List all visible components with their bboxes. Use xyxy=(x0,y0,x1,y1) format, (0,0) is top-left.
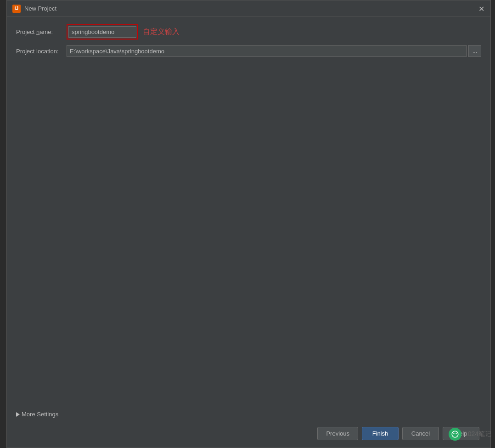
project-name-row: Project name: 自定义输入 xyxy=(16,24,481,40)
project-location-row: Project location: ... xyxy=(16,45,481,57)
ide-bg-right xyxy=(491,0,495,448)
more-settings-toggle[interactable]: More Settings xyxy=(16,411,481,418)
form-area: Project name: 自定义输入 Project location: ..… xyxy=(7,17,490,70)
dialog-title: New Project xyxy=(24,5,485,12)
project-name-wrapper: 自定义输入 xyxy=(67,24,481,40)
bottom-area: More Settings Previous Finish Cancel Hel… xyxy=(7,407,490,448)
cancel-button[interactable]: Cancel xyxy=(402,427,439,440)
project-location-input[interactable] xyxy=(67,45,467,57)
wechat-icon xyxy=(449,428,461,441)
content-area xyxy=(7,70,490,407)
title-bar: IJ New Project ✕ xyxy=(7,0,490,17)
finish-button[interactable]: Finish xyxy=(362,427,399,440)
ide-bg-left xyxy=(0,0,6,448)
more-settings-label: More Settings xyxy=(22,411,58,418)
new-project-dialog: IJ New Project ✕ Project name: 自定义输入 Pro… xyxy=(6,0,491,448)
annotation-text: 自定义输入 xyxy=(143,27,180,37)
watermark: 1024笔记 xyxy=(449,428,491,441)
close-button[interactable]: ✕ xyxy=(476,3,487,14)
watermark-text: 1024笔记 xyxy=(464,430,491,438)
previous-button[interactable]: Previous xyxy=(317,427,358,440)
browse-button[interactable]: ... xyxy=(468,45,481,57)
button-bar: Previous Finish Cancel Help xyxy=(16,427,481,440)
project-name-input[interactable] xyxy=(68,26,136,38)
project-location-label: Project location: xyxy=(16,48,67,55)
project-name-input-box xyxy=(67,24,138,40)
project-name-label: Project name: xyxy=(16,28,67,35)
app-icon: IJ xyxy=(12,5,21,13)
triangle-icon xyxy=(16,412,20,417)
